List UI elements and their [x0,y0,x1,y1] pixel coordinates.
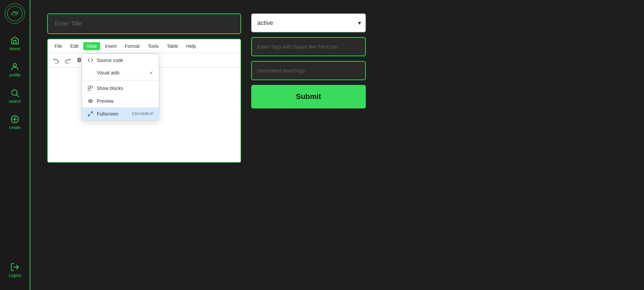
redo-button[interactable] [63,55,73,65]
status-select[interactable]: active inactive draft [251,13,366,32]
main-content: File Edit View Insert Format Tools Table… [30,0,644,290]
sidebar-item-search[interactable]: search [0,83,30,109]
sidebar-item-profile[interactable]: profile [0,57,30,83]
view-dropdown: Source code Visual aids ✓ Sho [82,54,159,121]
dropdown-source-code[interactable]: Source code [82,54,159,67]
svg-rect-9 [88,86,90,88]
svg-point-12 [90,100,91,102]
menu-format[interactable]: Format [121,42,143,50]
left-panel: File Edit View Insert Format Tools Table… [47,13,241,163]
source-code-label: Source code [97,58,123,63]
visual-aids-label: Visual aids [97,70,119,75]
editor-menubar: File Edit View Insert Format Tools Table… [48,39,240,53]
menu-help[interactable]: Help [183,42,199,50]
preview-icon [87,98,93,104]
svg-point-0 [7,6,22,21]
menu-insert[interactable]: Insert [101,42,120,50]
submit-button[interactable]: Submit [251,85,366,108]
status-select-wrapper: active inactive draft [251,13,366,32]
visual-aids-check: ✓ [149,70,153,75]
sidebar-item-home[interactable]: Home [0,30,30,57]
dropdown-divider-1 [82,80,159,80]
sidebar: Home profile search create Logout [0,0,30,290]
fullscreen-label: Fullscreen [97,111,119,117]
svg-rect-11 [88,89,90,91]
svg-line-14 [88,114,90,116]
blocks-icon [87,85,93,91]
title-input[interactable] [47,13,241,34]
fullscreen-shortcut: Ctrl+Shift+F [132,111,153,116]
menu-table[interactable]: Table [164,42,181,50]
logo [5,3,25,24]
sidebar-item-create[interactable]: create [0,109,30,135]
tags-input[interactable] [251,37,366,56]
dropdown-fullscreen[interactable]: Fullscreen Ctrl+Shift+F [82,107,159,120]
preview-label: Preview [97,98,114,104]
menu-view[interactable]: View [83,42,100,50]
svg-point-2 [13,64,16,67]
svg-rect-10 [91,86,93,88]
hashtags-input[interactable] [251,61,366,80]
dropdown-preview[interactable]: Preview [82,95,159,107]
svg-line-4 [17,95,19,97]
dropdown-visual-aids[interactable]: Visual aids ✓ [82,67,159,79]
dropdown-show-blocks[interactable]: Show blocks [82,82,159,95]
code-icon [87,57,93,63]
editor-container: File Edit View Insert Format Tools Table… [47,39,241,163]
logout-button[interactable]: Logout [0,257,30,283]
right-panel: active inactive draft Submit [251,13,366,108]
menu-file[interactable]: File [51,42,66,50]
menu-tools[interactable]: Tools [144,42,162,50]
fullscreen-icon [87,111,93,117]
undo-button[interactable] [51,55,61,65]
show-blocks-label: Show blocks [97,86,123,91]
menu-edit[interactable]: Edit [67,42,82,50]
svg-line-13 [91,112,92,114]
